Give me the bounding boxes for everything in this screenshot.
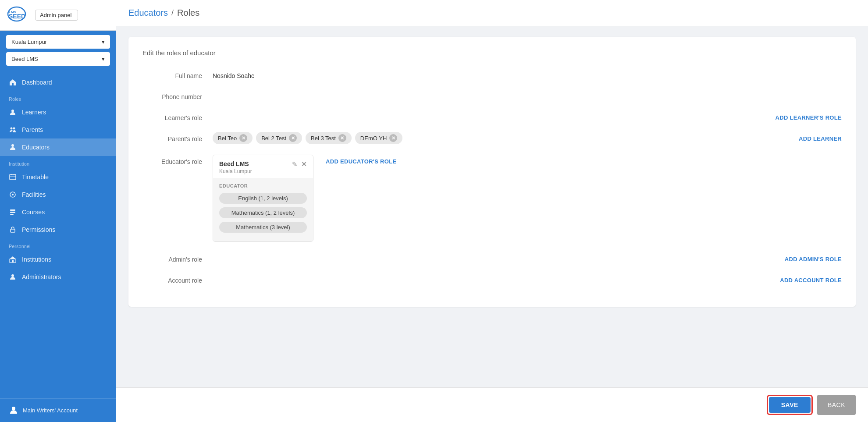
subject-tag: English (1, 2 levels) [219,193,307,204]
add-admins-role-link[interactable]: ADD ADMIN'S ROLE [785,252,842,262]
svg-rect-17 [11,229,15,232]
svg-rect-8 [10,174,16,180]
subject-tag: Mathematics (1, 2 levels) [219,207,307,218]
administrators-icon [9,273,17,281]
save-button-highlight: SAVE [767,395,813,415]
sidebar-header: LMS SEED Admin panel [0,0,116,31]
fullname-row: Full name Nosnido Soahc [142,69,842,79]
educators-role-row: Educator's role Beed LMS Kuala Lumpur ✎ … [142,155,842,242]
facilities-icon [9,191,17,199]
timetable-icon [9,173,17,181]
svg-point-4 [11,128,13,130]
sidebar-item-label: Institutions [22,256,51,263]
sidebar-nav: Dashboard Roles Learners Parents Educato… [0,70,116,398]
form-card: Edit the roles of educator Full name Nos… [128,37,856,307]
svg-point-20 [11,274,14,277]
phone-field [213,90,842,93]
educators-role-field: Beed LMS Kuala Lumpur ✎ ✕ EDUCATOR Engli… [213,155,842,242]
svg-rect-16 [10,214,14,215]
edit-icon[interactable]: ✎ [292,160,298,168]
sidebar-item-courses[interactable]: Courses [0,203,116,221]
admins-role-row: Admin's role ADD ADMIN'S ROLE [142,252,842,263]
home-icon [9,78,17,86]
role-card-info: Beed LMS Kuala Lumpur [219,160,252,174]
sidebar-item-label: Facilities [22,191,46,198]
sidebar-item-label: Parents [22,126,43,133]
personnel-section-label: Personnel [0,238,116,251]
close-icon[interactable]: ✕ [301,160,307,168]
sidebar-item-educators[interactable]: Educators [0,138,116,156]
sidebar-item-label: Learners [22,109,46,116]
sidebar-item-facilities[interactable]: Facilities [0,186,116,203]
fullname-label: Full name [142,69,213,79]
sidebar-item-parents[interactable]: Parents [0,121,116,138]
tag-label: DEmO YH [360,135,387,142]
role-card-body: EDUCATOR English (1, 2 levels)Mathematic… [213,178,313,241]
roles-section-label: Roles [0,91,116,103]
logo-svg: LMS SEED [7,6,26,22]
role-card-title: Beed LMS [219,160,252,167]
fullname-field: Nosnido Soahc [213,69,842,79]
parent-tag: DEmO YH✕ [355,132,402,144]
form-subtitle: Edit the roles of educator [142,49,842,57]
educator-subjects: English (1, 2 levels)Mathematics (1, 2 l… [219,193,307,236]
role-type-label: EDUCATOR [219,183,307,188]
sidebar-item-permissions[interactable]: Permissions [0,221,116,238]
learners-role-field: ADD LEARNER'S ROLE [213,111,842,121]
institution-dropdown[interactable]: Beed LMS ▾ [6,52,110,66]
add-learners-role-link[interactable]: ADD LEARNER'S ROLE [776,111,842,121]
sidebar-item-institutions[interactable]: Institutions [0,251,116,268]
sidebar-item-dashboard[interactable]: Dashboard [0,74,116,91]
tag-close-icon[interactable]: ✕ [338,134,346,142]
institution-section-label: Institution [0,156,116,168]
parents-icon [9,126,17,134]
svg-point-3 [11,110,14,112]
educators-role-label: Educator's role [142,155,213,165]
learners-role-label: Learner's role [142,111,213,121]
tag-close-icon[interactable]: ✕ [389,134,397,142]
admin-panel-button[interactable]: Admin panel [35,10,78,21]
add-educators-role-link[interactable]: ADD EDUCATOR'S ROLE [326,155,396,165]
svg-text:SEED: SEED [9,13,25,20]
permissions-icon [9,226,17,234]
tag-close-icon[interactable]: ✕ [239,134,247,142]
account-role-row: Account role ADD ACCOUNT ROLE [142,273,842,284]
breadcrumb-educators-link[interactable]: Educators [128,8,168,18]
page-actions: SAVE BACK [116,387,868,422]
sidebar-footer: Main Writers' Account [0,398,116,422]
svg-point-13 [12,194,14,195]
parent-tag: Bei Teo✕ [213,132,253,144]
subject-tag: Mathematics (3 level) [219,222,307,233]
role-card-header: Beed LMS Kuala Lumpur ✎ ✕ [213,155,313,178]
courses-icon [9,208,17,216]
breadcrumb-separator: / [171,8,174,18]
parents-role-row: Parent's role Bei Teo✕Bei 2 Test✕Bei 3 T… [142,132,842,144]
phone-row: Phone number [142,90,842,100]
tag-label: Bei 3 Test [311,135,336,142]
sidebar-item-administrators[interactable]: Administrators [0,268,116,286]
admins-role-field: ADD ADMIN'S ROLE [213,252,842,262]
institution-label: Beed LMS [11,56,38,62]
sidebar-item-learners[interactable]: Learners [0,103,116,121]
add-account-role-link[interactable]: ADD ACCOUNT ROLE [780,273,842,284]
parents-role-label: Parent's role [142,132,213,142]
logo-icon: LMS SEED [7,6,26,24]
learners-role-row: Learner's role ADD LEARNER'S ROLE [142,111,842,121]
tag-close-icon[interactable]: ✕ [289,134,297,142]
svg-point-6 [11,144,14,147]
svg-point-5 [13,128,15,130]
sidebar-item-label: Dashboard [22,79,52,86]
location-dropdown[interactable]: Kuala Lumpur ▾ [6,35,110,49]
add-learner-link[interactable]: ADD LEARNER [799,132,842,142]
educators-icon [9,143,17,151]
content-area: Edit the roles of educator Full name Nos… [116,26,868,387]
account-role-label: Account role [142,273,213,284]
sidebar-item-timetable[interactable]: Timetable [0,168,116,186]
svg-point-21 [12,407,15,410]
save-button[interactable]: SAVE [769,397,811,413]
learners-icon [9,108,17,116]
sidebar-dropdowns: Kuala Lumpur ▾ Beed LMS ▾ [0,31,116,70]
back-button[interactable]: BACK [817,395,856,415]
tag-label: Bei Teo [218,135,237,142]
admins-role-label: Admin's role [142,252,213,263]
